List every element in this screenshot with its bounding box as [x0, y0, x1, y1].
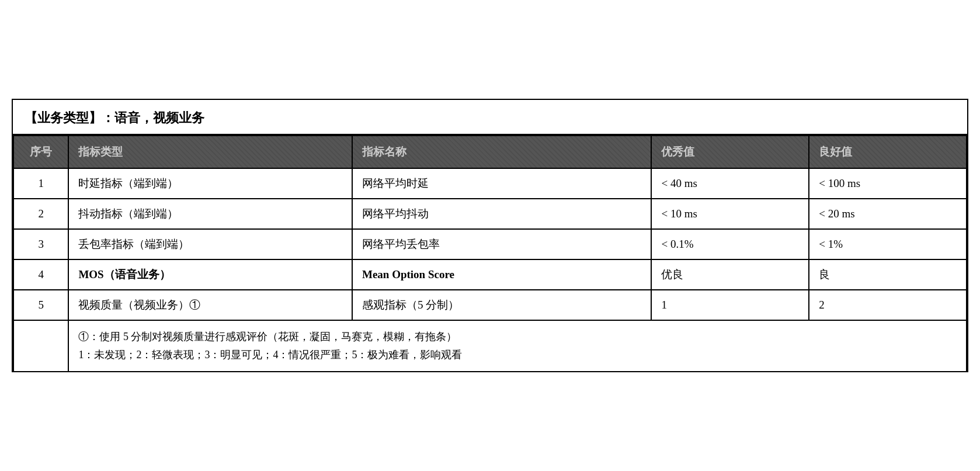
cell-metric: 网络平均丢包率 [352, 229, 652, 259]
cell-excellent: < 10 ms [651, 199, 809, 229]
cell-type: 丢包率指标（端到端） [68, 229, 352, 259]
header-good: 良好值 [809, 136, 967, 168]
cell-good: < 1% [809, 229, 967, 259]
cell-metric: Mean Option Score [352, 259, 652, 290]
header-type: 指标类型 [68, 136, 352, 168]
header-metric: 指标名称 [352, 136, 652, 168]
table-header-row: 序号 指标类型 指标名称 优秀值 良好值 [13, 136, 967, 168]
title: 【业务类型】：语音，视频业务 [13, 100, 967, 135]
footer-row: ①：使用 5 分制对视频质量进行感观评价（花斑，凝固，马赛克，模糊，有拖条）1：… [13, 320, 967, 370]
cell-type: 时延指标（端到端） [68, 168, 352, 199]
cell-good: < 100 ms [809, 168, 967, 199]
main-container: 【业务类型】：语音，视频业务 序号 指标类型 指标名称 优秀值 良好值 1时延指… [12, 99, 968, 372]
table-wrapper: 序号 指标类型 指标名称 优秀值 良好值 1时延指标（端到端）网络平均时延< 4… [13, 135, 967, 370]
cell-num: 1 [13, 168, 68, 199]
cell-excellent: 优良 [651, 259, 809, 290]
cell-excellent: < 40 ms [651, 168, 809, 199]
cell-good: < 20 ms [809, 199, 967, 229]
data-table: 序号 指标类型 指标名称 优秀值 良好值 1时延指标（端到端）网络平均时延< 4… [13, 135, 967, 370]
cell-type: 视频质量（视频业务）① [68, 290, 352, 320]
cell-metric: 感观指标（5 分制） [352, 290, 652, 320]
table-row: 4MOS（语音业务）Mean Option Score优良良 [13, 259, 967, 290]
header-excellent: 优秀值 [651, 136, 809, 168]
table-row: 3丢包率指标（端到端）网络平均丢包率< 0.1%< 1% [13, 229, 967, 259]
cell-excellent: 1 [651, 290, 809, 320]
cell-num: 3 [13, 229, 68, 259]
cell-num: 4 [13, 259, 68, 290]
cell-metric: 网络平均时延 [352, 168, 652, 199]
table-row: 5视频质量（视频业务）①感观指标（5 分制）12 [13, 290, 967, 320]
footer-content: ①：使用 5 分制对视频质量进行感观评价（花斑，凝固，马赛克，模糊，有拖条）1：… [68, 320, 967, 370]
cell-excellent: < 0.1% [651, 229, 809, 259]
cell-good: 2 [809, 290, 967, 320]
header-num: 序号 [13, 136, 68, 168]
table-row: 2抖动指标（端到端）网络平均抖动< 10 ms< 20 ms [13, 199, 967, 229]
cell-num: 2 [13, 199, 68, 229]
cell-type: MOS（语音业务） [68, 259, 352, 290]
footer-empty-cell [13, 320, 68, 370]
cell-metric: 网络平均抖动 [352, 199, 652, 229]
cell-type: 抖动指标（端到端） [68, 199, 352, 229]
cell-num: 5 [13, 290, 68, 320]
table-row: 1时延指标（端到端）网络平均时延< 40 ms< 100 ms [13, 168, 967, 199]
cell-good: 良 [809, 259, 967, 290]
